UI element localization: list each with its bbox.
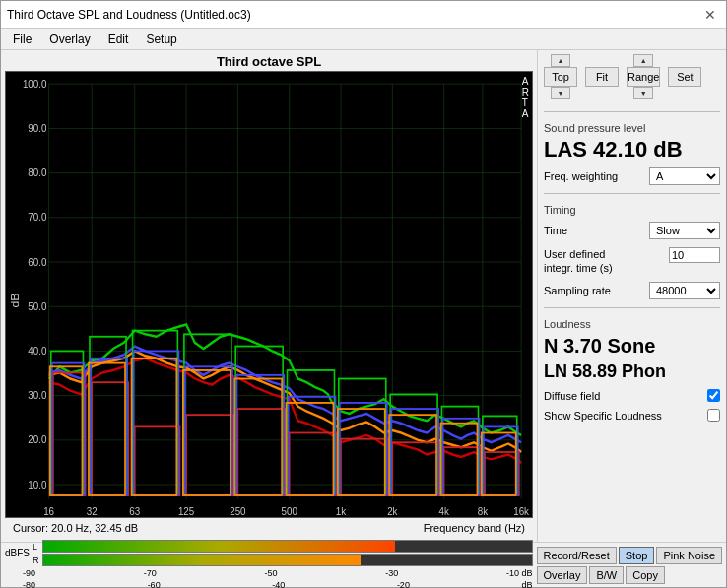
diffuse-field-label: Diffuse field	[544, 390, 600, 402]
freq-weighting-row: Freq. weighting A B C Z	[544, 167, 720, 185]
top-control: ▲ Top ▼	[544, 54, 577, 99]
dbfs-row-l: dBFS L R	[5, 540, 533, 566]
time-label: Time	[544, 225, 567, 236]
top-up-button[interactable]: ▲	[551, 54, 570, 67]
window-title: Third Octave SPL and Loudness (Untitled.…	[7, 8, 251, 22]
main-content: Third octave SPL	[1, 50, 726, 542]
time-select[interactable]: Slow Fast Impulse	[649, 222, 720, 239]
title-bar: Third Octave SPL and Loudness (Untitled.…	[1, 1, 726, 29]
svg-text:8k: 8k	[478, 505, 489, 517]
spl-value: LAS 42.10 dB	[544, 138, 720, 162]
spl-section-label: Sound pressure level	[544, 122, 720, 134]
fit-control: Fit	[585, 54, 619, 99]
top-down-button[interactable]: ▼	[551, 87, 570, 99]
pink-noise-button[interactable]: Pink Noise	[656, 547, 722, 564]
chart-area: Third octave SPL	[1, 50, 537, 542]
svg-text:30.0: 30.0	[28, 390, 46, 402]
range-down-button[interactable]: ▼	[633, 87, 653, 99]
chart-container: 100.0 90.0 80.0 70.0 60.0 50.0 40.0 30.0…	[5, 71, 533, 518]
show-specific-row: Show Specific Loudness	[544, 409, 720, 422]
svg-text:16k: 16k	[513, 505, 530, 517]
svg-text:100.0: 100.0	[23, 78, 47, 90]
tick-r60: -60	[148, 580, 161, 588]
divider-1	[544, 111, 720, 112]
close-button[interactable]: ✕	[700, 5, 720, 25]
chart-title: Third octave SPL	[5, 54, 533, 69]
svg-text:dB: dB	[10, 293, 21, 307]
range-label: Range	[627, 67, 660, 87]
range-control: ▲ Range ▼	[627, 54, 660, 99]
main-window: Third Octave SPL and Loudness (Untitled.…	[0, 0, 727, 588]
menu-setup[interactable]: Setup	[138, 31, 184, 48]
stop-button[interactable]: Stop	[619, 547, 655, 564]
arta-label: A R T A	[522, 76, 530, 119]
svg-text:2k: 2k	[387, 505, 398, 517]
svg-text:32: 32	[87, 505, 98, 517]
svg-text:125: 125	[178, 505, 195, 517]
svg-text:60.0: 60.0	[28, 256, 46, 268]
svg-text:70.0: 70.0	[28, 212, 46, 224]
tick-r20: -20	[397, 580, 410, 588]
sampling-rate-select[interactable]: 48000 44100 96000	[649, 282, 720, 299]
diffuse-field-row: Diffuse field	[544, 389, 720, 402]
svg-text:40.0: 40.0	[28, 346, 46, 358]
svg-text:16: 16	[43, 505, 54, 517]
loudness-section-label: Loudness	[544, 318, 720, 330]
action-btn-row-1: Record/Reset Stop Pink Noise	[537, 547, 722, 564]
range-up-button[interactable]: ▲	[633, 54, 653, 67]
freq-weighting-select[interactable]: A B C Z	[649, 167, 720, 185]
tick-30: -30	[385, 568, 398, 578]
user-defined-input[interactable]	[669, 247, 720, 263]
user-defined-label: User definedintegr. time (s)	[544, 247, 613, 276]
menu-bar: File Overlay Edit Setup	[1, 29, 726, 50]
freq-axis-label: Frequency band (Hz)	[420, 520, 529, 536]
menu-overlay[interactable]: Overlay	[41, 31, 98, 48]
svg-text:10.0: 10.0	[28, 479, 46, 490]
bw-button[interactable]: B/W	[589, 566, 624, 584]
set-button[interactable]: Set	[668, 67, 701, 87]
timing-section-label: Timing	[544, 204, 720, 216]
loudness-ln-value: LN 58.89 Phon	[544, 361, 720, 383]
copy-button[interactable]: Copy	[626, 566, 665, 584]
show-specific-checkbox[interactable]	[707, 409, 720, 422]
dbfs-section: dBFS L R -	[5, 540, 533, 588]
time-row: Time Slow Fast Impulse	[544, 222, 720, 239]
tick-r40: -40	[272, 580, 285, 588]
action-btn-row-2: Overlay B/W Copy	[537, 566, 722, 584]
svg-text:90.0: 90.0	[28, 123, 46, 135]
menu-file[interactable]: File	[5, 31, 39, 48]
divider-3	[544, 307, 720, 308]
divider-2	[544, 193, 720, 194]
sampling-rate-row: Sampling rate 48000 44100 96000	[544, 282, 720, 299]
nav-controls: ▲ Top ▼ Fit ▲ Range ▼ Set	[544, 54, 720, 99]
svg-text:4k: 4k	[438, 505, 449, 517]
action-buttons: Record/Reset Stop Pink Noise Overlay B/W…	[537, 547, 722, 584]
cursor-info: Cursor: 20.0 Hz, 32.45 dB	[9, 520, 142, 536]
svg-text:63: 63	[129, 505, 140, 517]
tick-r80: -80	[23, 580, 35, 588]
overlay-button[interactable]: Overlay	[537, 566, 588, 584]
top-button[interactable]: Top	[544, 67, 577, 87]
tick-70: -70	[144, 568, 157, 578]
tick-10: -10 dB	[506, 568, 533, 578]
svg-text:250: 250	[230, 505, 246, 517]
dbfs-label-l: dBFS	[5, 548, 31, 558]
show-specific-label: Show Specific Loudness	[544, 410, 662, 422]
user-defined-row: User definedintegr. time (s)	[544, 247, 720, 276]
loudness-n-value: N 3.70 Sone	[544, 334, 720, 358]
svg-text:50.0: 50.0	[28, 300, 46, 312]
sampling-rate-label: Sampling rate	[544, 285, 611, 296]
diffuse-field-checkbox[interactable]	[707, 389, 720, 402]
fit-button[interactable]: Fit	[585, 67, 619, 87]
record-reset-button[interactable]: Record/Reset	[537, 547, 617, 564]
tick-50: -50	[264, 568, 277, 578]
svg-text:20.0: 20.0	[28, 434, 46, 446]
svg-text:80.0: 80.0	[28, 167, 46, 179]
menu-edit[interactable]: Edit	[100, 31, 137, 48]
svg-text:500: 500	[282, 505, 298, 517]
freq-weighting-label: Freq. weighting	[544, 170, 618, 182]
chart-svg: 100.0 90.0 80.0 70.0 60.0 50.0 40.0 30.0…	[6, 72, 532, 517]
bottom-bar: dBFS L R -	[1, 542, 726, 587]
tick-90: -90	[23, 568, 35, 578]
svg-text:1k: 1k	[336, 505, 347, 517]
